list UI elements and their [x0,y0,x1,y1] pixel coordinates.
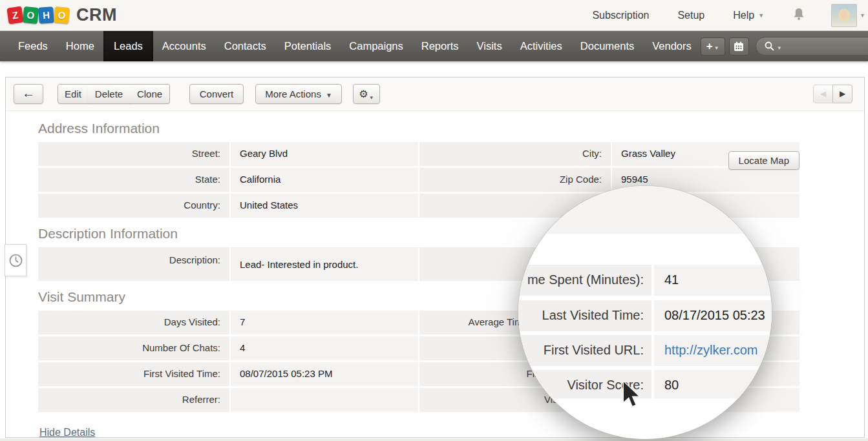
top-header: Z O H O CRM Subscription Setup Help▼ ▼ [0,0,868,31]
record-pager: ◀ ▶ [813,85,852,103]
field-label-referrer: Referrer: [38,388,229,412]
page-bottom-edge [0,438,868,441]
nav-item-activities[interactable]: Activities [511,31,571,61]
header-menu: Subscription Setup Help▼ ▼ [592,4,868,27]
nav-item-visits[interactable]: Visits [468,31,511,61]
logo-tile-z: Z [6,6,23,25]
more-actions-button[interactable]: More Actions▼ [255,84,342,104]
field-value-number-of-chats: 4 [231,336,418,360]
nav-tools: +▼ ▼ [701,31,868,61]
gear-icon: ⚙ [359,88,368,99]
more-actions-label: More Actions [265,88,321,99]
main-nav: Feeds Home Leads Accounts Contacts Poten… [0,31,868,61]
nav-item-reports[interactable]: Reports [412,31,468,61]
calendar-icon [733,41,745,52]
nav-item-potentials[interactable]: Potentials [275,31,340,61]
section-title-address: Address Information [38,121,864,136]
search-icon [764,41,775,52]
timeline-tab[interactable] [5,244,26,276]
plus-icon: + [706,40,713,53]
calendar-button[interactable] [729,37,749,56]
field-value-state: California [231,168,418,192]
clone-button[interactable]: Clone [130,84,170,104]
magnified-value-last-visited-time: 08/17/2015 05:23 [654,300,772,331]
magnified-row: Visitor Score: 80 [518,370,772,398]
zoho-logo[interactable]: Z O H O CRM [8,5,117,25]
field-label-description: Description: [38,247,229,281]
field-label-number-of-chats: Number Of Chats: [38,336,229,360]
magnified-label-first-visited-url: First Visited URL: [518,335,651,366]
magnified-label-last-visited-time: Last Visited Time: [518,300,651,331]
magnifier-lens: me Spent (Minutes): 41 Last Visited Time… [518,186,772,439]
notifications-bell-icon[interactable] [792,7,805,24]
field-value-referrer [231,388,418,412]
logo-tile-h: H [38,6,54,24]
magnified-row: me Spent (Minutes): 41 [518,265,772,296]
nav-item-contacts[interactable]: Contacts [215,31,275,61]
magnified-value-time-spent: 41 [654,265,772,296]
nav-item-feeds[interactable]: Feeds [9,31,57,61]
setup-link[interactable]: Setup [677,10,704,21]
settings-gear-button[interactable]: ⚙▼ [353,84,380,104]
table-row: Street: Geary Blvd City: Grass Valley [38,142,801,166]
locate-map-button[interactable]: Locate Map [728,151,799,170]
quick-create-button[interactable]: +▼ [701,37,725,56]
back-button[interactable]: ← [14,84,43,104]
logo-tile-o2: O [54,6,70,24]
field-label-city: City: [419,142,611,166]
clock-icon [8,253,23,268]
magnified-first-visited-url-link[interactable]: http://zylker.com [664,343,758,357]
nav-item-home[interactable]: Home [57,31,103,61]
field-label-zip: Zip Code: [419,168,611,192]
field-value-street: Geary Blvd [231,142,418,166]
field-label-first-visited-time: First Visited Time: [38,362,229,386]
magnified-label-time-spent: me Spent (Minutes): [518,265,651,296]
nav-item-leads[interactable]: Leads [103,31,153,61]
field-value-country: United States [231,194,418,218]
convert-button[interactable]: Convert [189,84,244,104]
field-value-days-visited: 7 [231,311,418,334]
search-input[interactable]: ▼ [756,37,868,56]
previous-record-button[interactable]: ◀ [813,85,833,103]
nav-item-vendors[interactable]: Vendors [643,31,701,61]
field-label-state: State: [38,168,229,192]
nav-item-accounts[interactable]: Accounts [153,31,215,61]
logo-product-name: CRM [76,5,117,25]
magnified-row: First Visited URL: http://zylker.com [518,335,772,366]
chevron-down-icon: ▼ [758,12,764,19]
hide-details-link[interactable]: Hide Details [39,427,95,438]
user-avatar[interactable] [831,4,857,27]
field-label-country: Country: [38,194,229,218]
table-row: State: California Zip Code: 95945 [38,168,801,192]
field-label-street: Street: [38,142,229,166]
nav-item-campaigns[interactable]: Campaigns [340,31,412,61]
subscription-link[interactable]: Subscription [592,10,649,21]
mouse-cursor-icon [620,380,642,412]
record-toolbar: ← Edit Delete Clone Convert More Actions… [6,77,864,111]
search-scope-chevron-icon[interactable]: ▼ [777,45,782,51]
chevron-down-icon: ▼ [714,45,719,51]
nav-item-documents[interactable]: Documents [571,31,643,61]
field-value-description: Lead- Interested in product. [231,247,418,281]
field-value-first-visited-time: 08/07/2015 05:23 PM [231,362,418,386]
account-chevron-down-icon[interactable]: ▼ [860,12,865,19]
help-label: Help [733,10,754,21]
help-menu[interactable]: Help▼ [733,10,764,21]
field-label-days-visited: Days Visited: [38,311,229,334]
chevron-down-icon: ▼ [369,95,374,101]
delete-button[interactable]: Delete [88,84,131,104]
magnified-row: Last Visited Time: 08/17/2015 05:23 [518,300,772,331]
chevron-down-icon: ▼ [326,92,332,99]
next-record-button[interactable]: ▶ [832,85,852,103]
edit-button[interactable]: Edit [58,84,89,104]
logo-tile-o1: O [23,6,39,24]
